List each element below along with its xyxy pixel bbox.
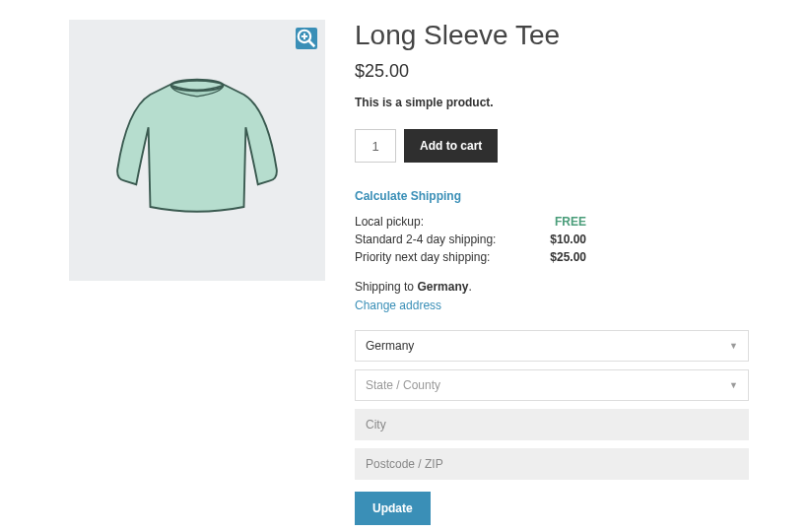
- update-button[interactable]: Update: [355, 492, 431, 525]
- chevron-down-icon: ▼: [729, 380, 738, 390]
- product-title: Long Sleeve Tee: [355, 20, 749, 51]
- country-select[interactable]: Germany ▼: [355, 330, 749, 362]
- zoom-icon[interactable]: [296, 28, 317, 49]
- quantity-input[interactable]: [355, 129, 396, 163]
- postcode-input[interactable]: Postcode / ZIP: [355, 448, 749, 480]
- add-to-cart-button[interactable]: Add to cart: [404, 129, 498, 163]
- product-image[interactable]: [69, 20, 325, 281]
- shipping-row: Standard 2-4 day shipping:$10.00: [355, 231, 586, 248]
- chevron-down-icon: ▼: [729, 341, 738, 351]
- product-price: $25.00: [355, 61, 749, 82]
- shipping-row: Local pickup:FREE: [355, 213, 586, 231]
- product-description: This is a simple product.: [355, 96, 749, 109]
- city-input[interactable]: City: [355, 409, 749, 440]
- state-select[interactable]: State / County ▼: [355, 369, 749, 401]
- calculate-shipping-link[interactable]: Calculate Shipping: [355, 189, 461, 203]
- shipping-to-text: Shipping to Germany.: [355, 280, 749, 294]
- change-address-link[interactable]: Change address: [355, 299, 441, 312]
- shipping-row: Priority next day shipping:$25.00: [355, 248, 586, 266]
- tshirt-illustration: [103, 57, 291, 244]
- shipping-rates: Local pickup:FREEStandard 2-4 day shippi…: [355, 213, 586, 266]
- svg-line-1: [309, 41, 315, 47]
